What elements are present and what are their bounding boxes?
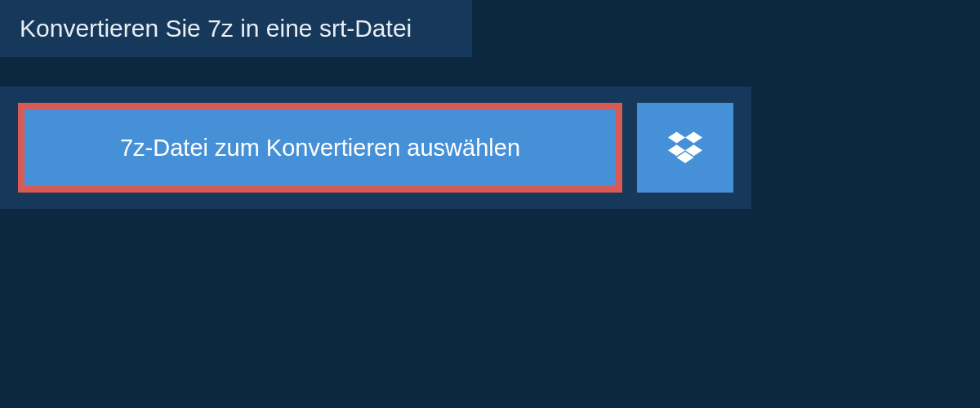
converter-panel: 7z-Datei zum Konvertieren auswählen bbox=[0, 86, 751, 209]
select-file-button[interactable]: 7z-Datei zum Konvertieren auswählen bbox=[18, 103, 622, 193]
title-bar: Konvertieren Sie 7z in eine srt-Datei bbox=[0, 0, 472, 57]
page-title: Konvertieren Sie 7z in eine srt-Datei bbox=[20, 15, 452, 42]
dropbox-button[interactable] bbox=[637, 103, 733, 193]
dropbox-icon bbox=[668, 129, 702, 166]
select-file-label: 7z-Datei zum Konvertieren auswählen bbox=[120, 135, 520, 162]
